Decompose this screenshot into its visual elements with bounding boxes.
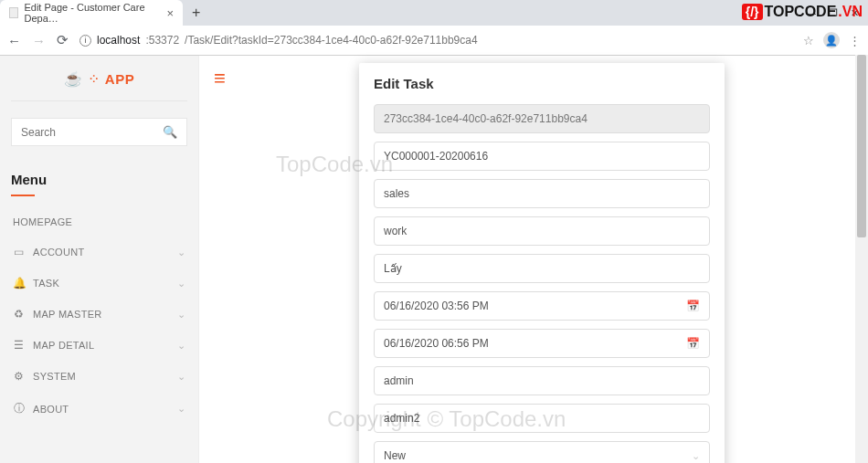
tab-bar: Edit Page - Customer Care Depa… × + — ❐ …	[0, 0, 868, 26]
sidebar-item-label: MAP DETAIL	[33, 340, 94, 351]
tab-close-icon[interactable]: ×	[166, 6, 174, 20]
vertical-scrollbar[interactable]	[855, 55, 868, 463]
url-port: :53372	[145, 34, 179, 47]
browser-chrome: Edit Page - Customer Care Depa… × + — ❐ …	[0, 0, 868, 56]
search-icon[interactable]: 🔍	[163, 125, 177, 139]
info-icon: ⓘ	[13, 401, 26, 416]
sidebar-item-label: MAP MASTER	[33, 309, 102, 320]
sliders-icon: ☰	[13, 339, 26, 352]
assignee2-field[interactable]: admin2	[374, 404, 710, 433]
task-code-field[interactable]: YC000001-20200616	[374, 142, 710, 171]
topcode-logo: {/} TOPCODE.VN	[742, 4, 863, 20]
tab-title: Edit Page - Customer Care Depa…	[24, 2, 157, 24]
recycle-icon: ♻	[13, 308, 26, 321]
cup-icon: ☕	[64, 70, 82, 88]
task-name-field[interactable]: Lấy	[374, 254, 710, 283]
topcode-suffix: .VN	[838, 4, 863, 20]
tab-favicon	[9, 7, 18, 18]
menu-underline	[11, 195, 35, 196]
sidebar-item-map-detail[interactable]: ☰MAP DETAIL ⌄	[11, 330, 187, 361]
card-title: Edit Task	[374, 76, 710, 91]
sidebar-item-label: HOMEPAGE	[13, 216, 72, 227]
sidebar-item-label: ABOUT	[33, 404, 69, 415]
start-datetime-field[interactable]: 06/16/2020 03:56 PM📅	[374, 291, 710, 321]
search-box[interactable]: 🔍	[11, 118, 187, 146]
task-category-field[interactable]: work	[374, 216, 710, 246]
task-type-field[interactable]: sales	[374, 179, 710, 208]
url-host: localhost	[97, 34, 140, 47]
site-info-icon[interactable]: i	[79, 35, 91, 47]
assignee1-field[interactable]: admin	[374, 366, 710, 395]
main-content: ≡ Edit Task 273cc384-1ce4-40c0-a62f-92e7…	[199, 56, 868, 463]
end-datetime-field[interactable]: 06/16/2020 06:56 PM📅	[374, 329, 710, 358]
app-name: APP	[105, 71, 134, 87]
scrollbar-thumb[interactable]	[857, 55, 866, 237]
sidebar-item-label: SYSTEM	[33, 371, 76, 382]
status-select[interactable]: New⌄	[374, 441, 710, 463]
search-input[interactable]	[21, 126, 163, 139]
url-path: /Task/Edit?taskId=273cc384-1ce4-40c0-a62…	[185, 34, 478, 47]
url-field[interactable]: i localhost:53372/Task/Edit?taskId=273cc…	[79, 34, 792, 47]
chevron-down-icon: ⌄	[177, 278, 185, 289]
profile-avatar-icon[interactable]: 👤	[823, 32, 840, 48]
browser-menu-icon[interactable]: ⋮	[849, 34, 861, 47]
chevron-down-icon: ⌄	[177, 247, 185, 258]
forward-icon[interactable]: →	[32, 33, 46, 48]
sidebar-item-account[interactable]: ▭ACCOUNT ⌄	[11, 237, 187, 268]
app-logo[interactable]: ☕ ⁘ APP	[11, 65, 187, 101]
chevron-down-icon: ⌄	[177, 309, 185, 321]
calendar-icon[interactable]: 📅	[686, 337, 700, 350]
chevron-down-icon: ⌄	[177, 371, 185, 383]
browser-tab[interactable]: Edit Page - Customer Care Depa… ×	[0, 0, 183, 26]
address-bar: ← → ⟳ i localhost:53372/Task/Edit?taskId…	[0, 26, 868, 55]
edit-task-card: Edit Task 273cc384-1ce4-40c0-a62f-92e711…	[359, 63, 725, 463]
calendar-icon[interactable]: 📅	[686, 300, 700, 312]
sidebar-item-task[interactable]: 🔔TASK ⌄	[11, 268, 187, 299]
brand-icon: ⁘	[88, 70, 100, 88]
app-root: ☕ ⁘ APP 🔍 Menu HOMEPAGE ▭ACCOUNT ⌄ 🔔TASK…	[0, 56, 868, 463]
topcode-brand: TOPCODE	[765, 4, 837, 20]
chevron-down-icon: ⌄	[177, 403, 185, 415]
gears-icon: ⚙	[13, 370, 26, 383]
task-id-field: 273cc384-1ce4-40c0-a62f-92e711bb9ca4	[374, 104, 710, 133]
chevron-down-icon: ⌄	[177, 340, 185, 352]
new-tab-button[interactable]: +	[183, 5, 209, 21]
back-icon[interactable]: ←	[7, 33, 21, 48]
bell-icon: 🔔	[13, 277, 26, 289]
sidebar-item-label: TASK	[33, 278, 59, 289]
menu-heading: Menu	[11, 172, 187, 193]
bookmark-icon[interactable]: ☆	[803, 34, 814, 47]
sidebar-item-about[interactable]: ⓘABOUT ⌄	[11, 392, 187, 426]
chevron-down-icon: ⌄	[692, 450, 700, 462]
topcode-brace-icon: {/}	[742, 4, 763, 20]
sidebar: ☕ ⁘ APP 🔍 Menu HOMEPAGE ▭ACCOUNT ⌄ 🔔TASK…	[0, 56, 199, 463]
sidebar-item-map-master[interactable]: ♻MAP MASTER ⌄	[11, 299, 187, 330]
sidebar-item-system[interactable]: ⚙SYSTEM ⌄	[11, 361, 187, 392]
reload-icon[interactable]: ⟳	[57, 32, 69, 48]
id-card-icon: ▭	[13, 246, 26, 258]
sidebar-item-homepage[interactable]: HOMEPAGE	[11, 207, 187, 237]
sidebar-item-label: ACCOUNT	[33, 247, 85, 258]
